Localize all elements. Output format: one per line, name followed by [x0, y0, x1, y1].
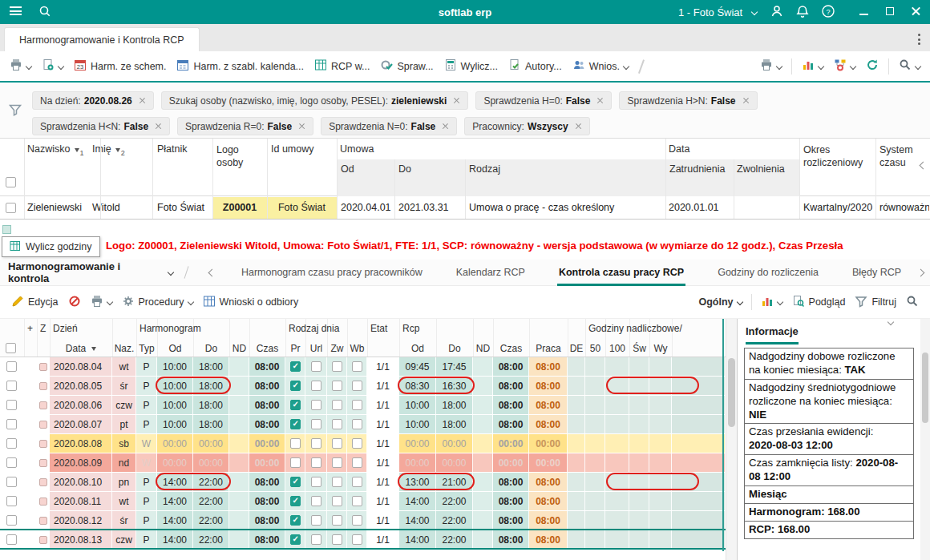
scrollbar-thumb[interactable]	[922, 353, 928, 423]
filter-chip[interactable]: Szukaj osoby (nazwisko, imię, logo osoby…	[161, 91, 469, 110]
col-header-rodzaj[interactable]: Rodzaj	[469, 163, 500, 175]
col-header-umowa-do[interactable]: Do	[398, 163, 411, 175]
url-checkbox[interactable]	[311, 477, 321, 487]
chart-button[interactable]	[797, 54, 828, 78]
minimize-icon[interactable]	[859, 6, 868, 18]
col-header-de[interactable]: DE	[568, 341, 585, 356]
pr-checkbox[interactable]	[290, 438, 301, 449]
print-button[interactable]	[86, 291, 117, 314]
url-checkbox[interactable]	[311, 457, 321, 468]
row-checkbox[interactable]	[6, 400, 17, 410]
tab-kontrola-czasu-pracy-rcp[interactable]: Kontrola czasu pracy RCP	[559, 260, 684, 286]
scrollbar-thumb[interactable]	[728, 358, 735, 427]
podglad-button[interactable]: Podgląd	[787, 291, 851, 314]
col-header-wy[interactable]: Wy	[649, 341, 672, 356]
close-icon[interactable]	[912, 6, 920, 18]
pr-checkbox[interactable]	[290, 381, 301, 391]
schedule-row[interactable]: 2020.08.07ptP10:0018:0008:001/110:0018:0…	[0, 415, 726, 433]
filtruj-button[interactable]: Filtruj	[850, 291, 901, 314]
tab-godziny-do-rozliczenia[interactable]: Godziny do rozliczenia	[718, 260, 819, 286]
view-selector[interactable]: Ogólny	[694, 292, 747, 312]
scroll-left-icon[interactable]	[920, 162, 928, 170]
row-checkbox[interactable]	[6, 203, 16, 213]
scroll-tabs-left-icon[interactable]	[208, 268, 216, 276]
block-button[interactable]	[63, 291, 86, 314]
print-button[interactable]	[5, 54, 36, 78]
wylicz-button[interactable]: Wylicz...	[439, 54, 503, 78]
col-header-data[interactable]: Data	[50, 341, 112, 356]
row-checkbox[interactable]	[6, 477, 17, 487]
wb-checkbox[interactable]	[352, 515, 362, 526]
z-checkbox[interactable]	[39, 517, 47, 525]
pr-checkbox[interactable]	[290, 534, 301, 545]
row-checkbox[interactable]	[6, 515, 17, 526]
wb-checkbox[interactable]	[352, 477, 362, 487]
z-checkbox[interactable]	[39, 536, 47, 544]
zw-checkbox[interactable]	[332, 496, 342, 506]
search-button[interactable]	[894, 54, 925, 78]
wnioski-button[interactable]: Wnios.	[568, 54, 633, 78]
select-all-checkbox[interactable]	[6, 343, 16, 353]
schedule-row[interactable]: 2020.08.13czwP14:0022:0008:001/114:0022:…	[0, 530, 726, 549]
splitter-grip[interactable]	[2, 225, 11, 234]
schedule-row[interactable]: 2020.08.09ndW00:0000:0000:001/100:0000:0…	[0, 453, 726, 472]
z-checkbox[interactable]	[39, 421, 47, 429]
pr-checkbox[interactable]	[290, 400, 301, 410]
chip-close-icon[interactable]	[442, 123, 449, 130]
zw-checkbox[interactable]	[332, 477, 342, 487]
col-header-zw[interactable]: Zw	[327, 341, 347, 356]
chip-close-icon[interactable]	[139, 97, 146, 104]
wb-checkbox[interactable]	[352, 496, 362, 506]
user-icon[interactable]	[770, 4, 784, 21]
filter-chip[interactable]: Sprawdzenia H>N:False	[619, 91, 757, 110]
zw-checkbox[interactable]	[332, 515, 342, 526]
col-header-od[interactable]: Od	[157, 341, 193, 356]
workflow-button[interactable]	[829, 54, 860, 78]
search-button[interactable]	[901, 291, 924, 314]
pr-checkbox[interactable]	[290, 515, 301, 526]
col-header-nazwisko[interactable]: Nazwisko1	[27, 143, 84, 157]
schedule-row[interactable]: 2020.08.11wtP14:0022:0008:001/114:0022:0…	[0, 492, 726, 510]
col-header-okres[interactable]: Okres rozliczeniowy	[803, 143, 877, 170]
col-header-id-umowy[interactable]: Id umowy	[271, 143, 314, 155]
zw-checkbox[interactable]	[332, 457, 342, 468]
row-checkbox[interactable]	[6, 381, 17, 391]
pr-checkbox[interactable]	[290, 496, 301, 506]
tab-bledy-rcp[interactable]: Błędy RCP	[852, 260, 901, 286]
zw-checkbox[interactable]	[332, 438, 342, 449]
global-search-icon[interactable]	[38, 4, 52, 21]
col-header-do[interactable]: Do	[436, 341, 473, 356]
wb-checkbox[interactable]	[352, 400, 362, 410]
more-options-icon[interactable]	[918, 34, 920, 45]
grid-splitter[interactable]	[722, 319, 724, 551]
schedule-row[interactable]: 2020.08.06czwP10:0018:0008:001/110:0018:…	[0, 396, 726, 414]
schedule-row[interactable]: 2020.08.08sbW00:0000:0000:001/100:0000:0…	[0, 434, 726, 453]
row-checkbox[interactable]	[6, 534, 17, 545]
autoryzacja-button[interactable]: Autory...	[503, 54, 567, 78]
z-checkbox[interactable]	[39, 363, 47, 371]
col-header-pr[interactable]: Pr	[285, 341, 305, 356]
z-checkbox[interactable]	[39, 478, 47, 486]
z-checkbox[interactable]	[39, 382, 47, 390]
chip-close-icon[interactable]	[742, 97, 750, 104]
zw-checkbox[interactable]	[332, 400, 342, 410]
notifications-bell-icon[interactable]	[795, 4, 810, 21]
print-page-button[interactable]	[755, 54, 786, 78]
wnioski-o-odbiory-button[interactable]: Wnioski o odbiory	[198, 291, 304, 314]
col-header-system-czasu[interactable]: System czasu	[879, 143, 920, 170]
zw-checkbox[interactable]	[332, 381, 342, 391]
scroll-tabs-right-icon[interactable]	[917, 268, 925, 276]
chart-button[interactable]	[756, 291, 787, 314]
row-checkbox[interactable]	[6, 438, 17, 449]
col-header-platnik[interactable]: Płatnik	[157, 143, 188, 155]
filter-chip[interactable]: Pracownicy:Wszyscy	[464, 117, 589, 135]
help-icon[interactable]: ?	[821, 4, 835, 21]
wb-checkbox[interactable]	[352, 381, 362, 391]
z-checkbox[interactable]	[39, 459, 47, 467]
harm-ze-schem-button[interactable]: 23 Harm. ze schem.	[69, 54, 171, 78]
row-checkbox[interactable]	[6, 457, 17, 468]
edit-button[interactable]: Edycja	[6, 291, 63, 314]
col-header-wb[interactable]: Wb	[347, 341, 367, 356]
schedule-row[interactable]: 2020.08.05śrP10:0018:0008:001/108:3016:3…	[0, 377, 726, 395]
pr-checkbox[interactable]	[290, 361, 301, 372]
